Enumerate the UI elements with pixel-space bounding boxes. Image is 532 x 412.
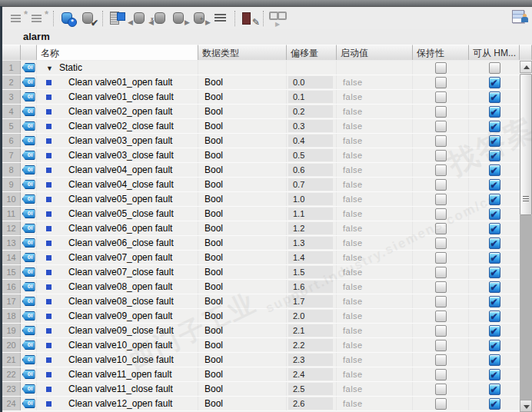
data-type-cell[interactable]: Bool bbox=[198, 163, 287, 177]
retain-checkbox[interactable] bbox=[435, 238, 447, 249]
table-row[interactable]: 23 ▼Clean valve11_close fault Bool 2.5 f… bbox=[2, 382, 520, 397]
retain-checkbox[interactable] bbox=[435, 179, 447, 191]
header-data-type[interactable]: 数据类型 bbox=[198, 45, 287, 60]
table-row[interactable]: 22 ▼Clean valve11_open fault Bool 2.4 fa… bbox=[2, 367, 520, 382]
hmi-checkbox[interactable] bbox=[489, 135, 500, 147]
collapse-triangle-icon[interactable]: ▼ bbox=[46, 65, 53, 72]
start-value-cell[interactable]: false bbox=[337, 236, 413, 250]
header-offset[interactable]: 偏移量 bbox=[287, 45, 337, 60]
data-type-cell[interactable]: Bool bbox=[198, 309, 287, 323]
header-name[interactable]: 名称 bbox=[37, 45, 198, 60]
retain-checkbox[interactable] bbox=[435, 77, 447, 88]
start-value-cell[interactable]: false bbox=[337, 367, 413, 381]
data-type-cell[interactable]: Bool bbox=[198, 353, 287, 367]
start-value-cell[interactable]: false bbox=[337, 353, 413, 367]
row-number[interactable]: 16 bbox=[2, 280, 21, 294]
hmi-checkbox[interactable] bbox=[489, 296, 500, 307]
table-row[interactable]: 17 ▼Clean valve08_close fault Bool 1.7 f… bbox=[2, 294, 520, 309]
row-number[interactable]: 8 bbox=[2, 163, 21, 177]
hmi-checkbox[interactable] bbox=[489, 91, 500, 103]
table-row[interactable]: 8 ▼Clean valve04_open fault Bool 0.6 fal… bbox=[2, 163, 520, 178]
row-number[interactable]: 10 bbox=[2, 192, 21, 206]
table-row[interactable]: 7 ▼Clean valve03_close fault Bool 0.5 fa… bbox=[2, 148, 520, 163]
start-value-cell[interactable]: false bbox=[337, 148, 413, 162]
hmi-checkbox[interactable] bbox=[489, 208, 500, 220]
retain-checkbox[interactable] bbox=[435, 369, 447, 380]
hmi-checkbox[interactable] bbox=[489, 121, 500, 132]
hmi-checkbox[interactable] bbox=[489, 267, 500, 278]
row-number[interactable]: 4 bbox=[2, 105, 21, 118]
row-number[interactable]: 12 bbox=[2, 221, 21, 235]
table-row[interactable]: 9 ▼Clean valve04_close fault Bool 0.7 fa… bbox=[2, 178, 520, 192]
start-value-cell[interactable]: false bbox=[337, 90, 413, 104]
retain-checkbox[interactable] bbox=[435, 91, 447, 103]
data-type-cell[interactable]: Bool bbox=[198, 280, 287, 294]
row-number[interactable]: 21 bbox=[2, 353, 21, 367]
data-type-cell[interactable]: Bool bbox=[198, 294, 287, 308]
start-value-cell[interactable]: false bbox=[337, 251, 413, 264]
snapshot-values-icon[interactable]: ✔ bbox=[80, 10, 98, 26]
table-row[interactable]: 3 ▼Clean valve01_close fault Bool 0.1 fa… bbox=[2, 90, 520, 105]
row-number[interactable]: 2 bbox=[2, 75, 21, 89]
start-value-cell[interactable]: false bbox=[337, 119, 413, 133]
hmi-checkbox[interactable] bbox=[489, 340, 500, 351]
row-number[interactable]: 14 bbox=[2, 251, 21, 264]
initialize-setpoints-icon[interactable]: ▶+ bbox=[191, 10, 209, 26]
table-row[interactable]: 15 ▼Clean valve07_close fault Bool 1.5 f… bbox=[2, 265, 520, 280]
row-number[interactable]: 5 bbox=[2, 119, 21, 133]
data-type-cell[interactable]: Bool bbox=[198, 265, 287, 279]
hmi-checkbox[interactable] bbox=[489, 354, 500, 366]
table-row[interactable]: 12 ▼Clean valve06_open fault Bool 1.2 fa… bbox=[2, 221, 520, 236]
table-row[interactable]: 10 ▼Clean valve05_open fault Bool 1.0 fa… bbox=[2, 192, 520, 207]
data-type-cell[interactable]: Bool bbox=[198, 148, 287, 162]
start-value-cell[interactable]: false bbox=[337, 265, 413, 279]
data-type-cell[interactable]: Bool bbox=[198, 382, 287, 396]
start-value-cell[interactable]: false bbox=[337, 75, 413, 89]
keep-actual-values-icon[interactable]: * bbox=[59, 10, 77, 26]
start-value-cell[interactable]: false bbox=[337, 324, 413, 337]
retain-checkbox[interactable] bbox=[435, 281, 447, 293]
retain-checkbox[interactable] bbox=[435, 252, 447, 264]
data-type-cell[interactable]: Bool bbox=[198, 251, 287, 264]
retain-checkbox[interactable] bbox=[435, 150, 447, 161]
hmi-checkbox[interactable] bbox=[489, 311, 500, 322]
table-row[interactable]: 20 ▼Clean valve10_open fault Bool 2.2 fa… bbox=[2, 338, 520, 353]
row-number[interactable]: 23 bbox=[2, 382, 21, 396]
data-type-cell[interactable]: Bool bbox=[198, 105, 287, 118]
data-type-cell[interactable]: Bool bbox=[198, 90, 287, 104]
start-value-cell[interactable]: false bbox=[337, 397, 413, 410]
retain-checkbox[interactable] bbox=[435, 398, 447, 410]
header-hmi[interactable]: 可从 HM... bbox=[469, 45, 520, 60]
retain-checkbox[interactable] bbox=[435, 223, 447, 234]
hmi-checkbox[interactable] bbox=[489, 252, 500, 264]
start-value-cell[interactable]: false bbox=[337, 178, 413, 191]
retain-checkbox[interactable] bbox=[435, 384, 447, 395]
start-value-cell[interactable]: false bbox=[337, 207, 413, 221]
row-number[interactable]: 20 bbox=[2, 338, 21, 352]
hmi-checkbox[interactable] bbox=[489, 179, 500, 191]
scroll-up-button[interactable] bbox=[520, 61, 532, 73]
table-row[interactable]: 14 ▼Clean valve07_open fault Bool 1.4 fa… bbox=[2, 251, 520, 265]
scrollbar-thumb[interactable] bbox=[520, 74, 532, 215]
hmi-checkbox[interactable] bbox=[489, 223, 500, 234]
start-value-cell[interactable] bbox=[337, 61, 413, 75]
retain-checkbox[interactable] bbox=[435, 106, 447, 118]
vertical-scrollbar[interactable] bbox=[520, 61, 532, 412]
expanded-mode-icon[interactable] bbox=[212, 10, 230, 26]
start-value-cell[interactable]: false bbox=[337, 221, 413, 235]
retain-checkbox[interactable] bbox=[435, 194, 447, 205]
data-type-cell[interactable]: Bool bbox=[198, 397, 287, 410]
hmi-checkbox[interactable] bbox=[489, 164, 500, 176]
row-number[interactable]: 11 bbox=[2, 207, 21, 221]
copy-snapshot-to-start-icon[interactable]: ◀x bbox=[150, 10, 168, 26]
data-type-cell[interactable]: Bool bbox=[198, 178, 287, 191]
start-value-cell[interactable]: false bbox=[337, 192, 413, 206]
table-row[interactable]: 6 ▼Clean valve03_open fault Bool 0.4 fal… bbox=[2, 134, 520, 148]
table-row[interactable]: 18 ▼Clean valve09_open fault Bool 2.0 fa… bbox=[2, 309, 520, 324]
data-type-cell[interactable] bbox=[198, 61, 287, 75]
data-type-cell[interactable]: Bool bbox=[198, 207, 287, 221]
data-type-cell[interactable]: Bool bbox=[198, 367, 287, 381]
table-row[interactable]: 24 ▼Clean valve12_open fault Bool 2.6 fa… bbox=[2, 397, 520, 411]
retain-checkbox[interactable] bbox=[435, 62, 447, 74]
add-row-icon[interactable]: * bbox=[31, 10, 48, 26]
